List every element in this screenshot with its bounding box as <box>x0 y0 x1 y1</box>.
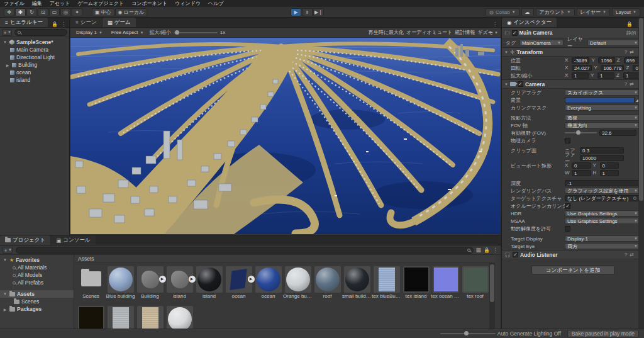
clear-flags-dropdown[interactable]: スカイボックス▼ <box>565 89 640 96</box>
target-display-dropdown[interactable]: Display 1▼ <box>565 235 640 242</box>
scale-tool-icon[interactable]: ⊡ <box>38 8 48 16</box>
hierarchy-item-ocean[interactable]: ocean <box>0 69 69 76</box>
kebab-menu-icon[interactable]: ⋮ <box>492 21 497 27</box>
lock-icon[interactable]: 🔒 <box>626 21 633 27</box>
mute-audio-toggle[interactable]: オーディオミュート <box>406 29 452 36</box>
inspector-scrollbar[interactable] <box>638 18 644 329</box>
rotation-toggle-button[interactable]: ◉ローカル <box>115 8 148 16</box>
clip-near-field[interactable]: 0.3 <box>580 147 624 154</box>
viewport-h-field[interactable]: 1 <box>600 170 619 176</box>
console-tab[interactable]: ▣コンソール <box>51 235 95 245</box>
help-icon[interactable]: ? <box>625 81 627 87</box>
kebab-menu-icon[interactable]: ⋮ <box>61 21 66 27</box>
target-eye-dropdown[interactable]: 両方▼ <box>565 243 640 249</box>
occlusion-culling-checkbox[interactable]: ✓ <box>565 203 570 209</box>
presets-icon[interactable]: ⇄ <box>630 49 634 55</box>
physical-camera-checkbox[interactable] <box>565 138 570 144</box>
project-search-input[interactable] <box>16 247 474 254</box>
packages-row[interactable]: ▶ Packages <box>0 305 74 313</box>
asset-orange-building[interactable]: Orange build... <box>283 266 313 299</box>
assets-folder-row[interactable]: ▼ Assets <box>0 290 74 298</box>
asset-tex-island[interactable]: tex island <box>401 266 431 299</box>
layout-dropdown[interactable]: Layout▼ <box>612 8 640 16</box>
depth-field[interactable]: -1 <box>565 180 640 186</box>
msaa-dropdown[interactable]: Use Graphics Settings▼ <box>565 218 640 224</box>
hierarchy-item-building[interactable]: ▶ Building <box>0 61 69 69</box>
layer-dropdown[interactable]: Default▼ <box>587 40 640 46</box>
play-button[interactable]: ▶ <box>291 8 301 16</box>
asset-ocean-material[interactable]: ocean <box>253 266 283 299</box>
favorite-all-prefabs[interactable]: All Prefabs <box>0 279 74 286</box>
rect-tool-icon[interactable]: ▭ <box>49 8 60 16</box>
help-icon[interactable]: ? <box>625 252 627 257</box>
menu-help[interactable]: ヘルプ <box>208 0 224 7</box>
hdr-dropdown[interactable]: Use Graphics Settings▼ <box>565 210 640 217</box>
favorites-row[interactable]: ▼★ Favorites <box>0 256 74 264</box>
pivot-toggle-button[interactable]: ▣中心 <box>92 8 114 16</box>
scene-tab[interactable]: ⌗シーン <box>70 18 102 27</box>
asset-small-building[interactable]: small building <box>342 266 372 299</box>
asset-tex-ocean[interactable]: tex ocean no... <box>431 266 460 299</box>
game-tab[interactable]: ▦ゲーム <box>103 18 136 27</box>
menu-file[interactable]: ファイル <box>4 0 25 7</box>
hierarchy-search-input[interactable] <box>14 29 67 36</box>
hand-tool-icon[interactable]: ✥ <box>4 8 14 16</box>
gameobject-name[interactable]: Main Camera <box>519 30 553 36</box>
create-button[interactable]: ＋▼ <box>2 29 12 36</box>
hierarchy-tab[interactable]: ≡ヒエラルキー <box>0 18 48 27</box>
dynamic-resolution-checkbox[interactable] <box>565 226 570 232</box>
move-tool-icon[interactable]: ✚ <box>15 8 26 16</box>
favorite-all-materials[interactable]: All Materials <box>0 264 74 271</box>
audio-listener-checkbox[interactable]: ✓ <box>513 252 518 257</box>
hierarchy-item-main-camera[interactable]: Main Camera <box>0 46 69 54</box>
gizmos-dropdown[interactable]: ギズモ ▼ <box>477 29 498 36</box>
help-icon[interactable]: ? <box>625 49 627 55</box>
assets-scrollbar[interactable] <box>489 263 495 329</box>
add-component-button[interactable]: コンポーネントを追加 <box>531 266 614 274</box>
presets-icon[interactable]: ⇄ <box>630 252 634 257</box>
layers-dropdown[interactable]: レイヤー▼ <box>577 8 611 16</box>
active-checkbox[interactable]: ✓ <box>512 30 518 36</box>
rendering-path-dropdown[interactable]: グラフィックス設定を使用▼ <box>565 188 640 194</box>
kebab-menu-icon[interactable]: ⋮ <box>492 247 498 253</box>
create-button[interactable]: ＋▼ <box>3 247 13 254</box>
fov-axis-dropdown[interactable]: 垂直方向▼ <box>565 122 640 128</box>
asset-tex-roof[interactable]: tex roof <box>460 266 490 299</box>
tag-dropdown[interactable]: MainCamera▼ <box>519 40 564 46</box>
display-dropdown[interactable]: Display 1▼ <box>73 28 106 37</box>
menu-window[interactable]: ウィンドウ <box>175 0 201 7</box>
hierarchy-item-directional-light[interactable]: Directional Light <box>0 54 69 61</box>
zoom-slider[interactable] <box>174 32 218 33</box>
clip-far-field[interactable]: 10000 <box>580 155 624 161</box>
bake-paused-button[interactable]: Bake paused in play mode <box>567 330 639 337</box>
asset-tex-small-building[interactable]: tex small bui... <box>76 306 106 329</box>
asset-island-material[interactable]: island <box>194 266 224 299</box>
scale-z-field[interactable]: 1 <box>623 72 640 79</box>
position-y-field[interactable]: 1096 <box>598 57 614 64</box>
foldout-icon[interactable]: ▶ <box>5 63 10 67</box>
foldout-icon[interactable]: ▼ <box>3 40 8 44</box>
auto-generate-lighting-status[interactable]: Auto Generate Lighting Off <box>497 330 561 337</box>
menu-assets[interactable]: アセット <box>50 0 70 7</box>
rotation-x-field[interactable]: 24.027 <box>572 65 592 71</box>
project-tab[interactable]: プロジェクト <box>0 235 50 245</box>
menu-gameobject[interactable]: ゲームオブジェクト <box>78 0 125 7</box>
game-viewport[interactable] <box>70 38 501 234</box>
asset-tex-orangebuilding[interactable]: TexorangeBu... <box>135 306 165 329</box>
asset-scenes[interactable]: Scenes <box>76 266 106 299</box>
rotate-tool-icon[interactable]: ↻ <box>26 8 37 16</box>
step-button[interactable]: ▶❘ <box>313 8 324 16</box>
favorite-all-models[interactable]: All Models <box>0 271 74 279</box>
presets-icon[interactable]: ⇄ <box>630 81 634 87</box>
scale-x-field[interactable]: 1 <box>572 72 589 79</box>
viewport-w-field[interactable]: 1 <box>572 170 591 176</box>
camera-enabled-checkbox[interactable]: ✓ <box>518 81 523 87</box>
asset-tex-whitebuilding[interactable]: tex whiteBui... <box>106 306 135 329</box>
fov-slider[interactable] <box>565 132 597 133</box>
scale-y-field[interactable]: 1 <box>597 72 614 79</box>
asset-roof[interactable]: roof <box>313 266 342 299</box>
asset-white-building[interactable]: White buildi... <box>165 306 194 329</box>
breadcrumb[interactable]: Assets <box>75 255 495 263</box>
asset-island-model[interactable]: ▶ island <box>165 266 194 299</box>
viewport-y-field[interactable]: 0 <box>600 162 619 169</box>
